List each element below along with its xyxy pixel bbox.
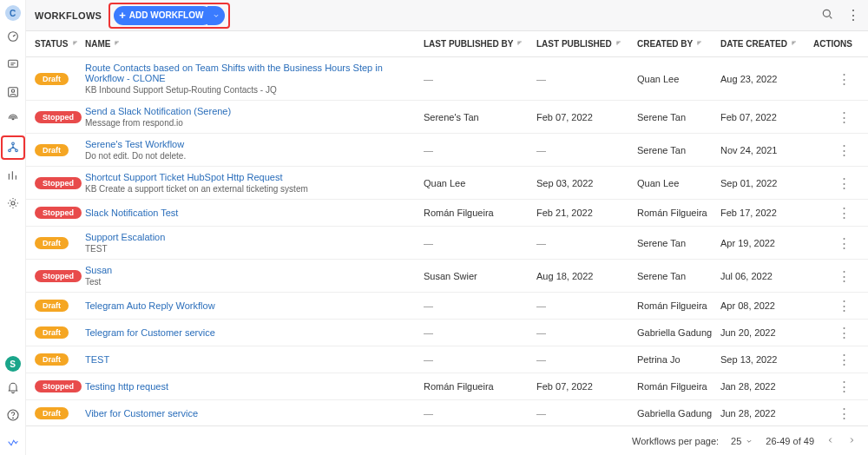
table-row: StoppedSlack Notification TestRomán Filg… [26, 200, 868, 227]
row-actions-menu[interactable]: ⋮ [806, 142, 859, 158]
table-row: StoppedSend a Slack Notification (Serene… [26, 101, 868, 134]
workflow-name-link[interactable]: Telegram Auto Reply Workflow [85, 300, 415, 311]
help-icon[interactable] [1, 403, 25, 427]
workflow-name-link[interactable]: Support Escalation [85, 232, 415, 242]
status-badge: Draft [35, 144, 69, 156]
workflow-name-link[interactable]: Testing http request [85, 381, 415, 392]
workflow-name-link[interactable]: Susan [85, 265, 415, 275]
row-actions-menu[interactable]: ⋮ [806, 352, 859, 367]
workflow-name-link[interactable]: Telegram for Customer service [85, 327, 415, 338]
cell-last-published-by: Susan Swier [424, 271, 536, 281]
workflow-name-link[interactable]: Slack Notification Test [85, 208, 415, 218]
col-date-created[interactable]: DATE CREATED [720, 39, 806, 49]
sidebar: C S [0, 0, 26, 455]
cell-last-published-by: — [424, 238, 536, 248]
per-page-label: Workflows per page: [632, 436, 719, 446]
cell-last-published: Feb 07, 2022 [536, 112, 637, 122]
cell-date-created: Feb 17, 2022 [720, 208, 806, 218]
cell-created-by: Serene Tan [637, 271, 720, 281]
cell-date-created: Sep 13, 2022 [720, 354, 806, 365]
pagination-footer: Workflows per page: 25 26-49 of 49 [26, 425, 868, 455]
workflow-name-link[interactable]: TEST [85, 354, 415, 365]
svg-point-7 [15, 149, 17, 152]
workflow-name-link[interactable]: Viber for Customer service [85, 408, 415, 419]
row-actions-menu[interactable]: ⋮ [806, 175, 859, 191]
workflow-name-link[interactable]: Send a Slack Notification (Serene) [85, 106, 415, 116]
row-actions-menu[interactable]: ⋮ [806, 325, 859, 340]
nav-reports-icon[interactable] [1, 163, 25, 188]
cell-last-published-by: — [424, 300, 536, 311]
col-name[interactable]: NAME [85, 39, 424, 49]
table-row: DraftSerene's Test WorkflowDo not edit. … [26, 134, 868, 167]
cell-last-published-by: Quan Lee [424, 178, 536, 188]
col-actions: ACTIONS [806, 39, 859, 49]
cell-last-published-by: — [424, 145, 536, 155]
workflow-name-link[interactable]: Route Contacts based on Team Shifts with… [85, 63, 415, 83]
user-avatar[interactable]: S [5, 356, 21, 372]
nav-settings-icon[interactable] [1, 191, 25, 215]
cell-last-published: — [536, 238, 637, 248]
cell-date-created: Sep 01, 2022 [720, 178, 806, 188]
table-body: DraftRoute Contacts based on Team Shifts… [26, 57, 868, 425]
org-avatar[interactable]: C [5, 5, 21, 21]
row-actions-menu[interactable]: ⋮ [806, 268, 859, 284]
search-icon[interactable] [820, 7, 834, 23]
chevron-down-icon [745, 437, 753, 445]
prev-page-button[interactable] [826, 436, 835, 446]
row-actions-menu[interactable]: ⋮ [806, 109, 859, 125]
table-row: DraftTelegram Auto Reply Workflow——Román… [26, 293, 868, 320]
nav-workflows-icon[interactable] [1, 135, 25, 160]
notifications-icon[interactable] [1, 375, 25, 399]
sort-icon [615, 39, 622, 49]
row-actions-menu[interactable]: ⋮ [806, 205, 859, 221]
workflow-name-link[interactable]: Serene's Test Workflow [85, 139, 415, 149]
table-row: DraftViber for Customer service——Gabriel… [26, 400, 868, 425]
row-actions-menu[interactable]: ⋮ [806, 406, 859, 421]
status-badge: Draft [35, 326, 69, 339]
row-actions-menu[interactable]: ⋮ [806, 379, 859, 394]
workflow-subtitle: TEST [85, 244, 415, 254]
next-page-button[interactable] [847, 436, 856, 446]
nav-inbox-icon[interactable] [1, 52, 25, 76]
per-page-select[interactable]: 25 [731, 436, 753, 446]
cell-date-created: Nov 24, 2021 [720, 145, 806, 155]
nav-dashboard-icon[interactable] [1, 24, 25, 49]
status-badge: Stopped [35, 270, 82, 282]
sort-icon [71, 39, 79, 49]
table-row: DraftRoute Contacts based on Team Shifts… [26, 57, 868, 101]
table-row: StoppedTesting http requestRomán Filguei… [26, 373, 868, 400]
svg-point-10 [12, 418, 13, 419]
cell-last-published-by: — [424, 354, 536, 365]
brand-logo-icon [1, 431, 25, 455]
workflow-subtitle: KB Inbound Support Setup-Routing Contact… [85, 85, 415, 95]
table-row: StoppedShortcut Support Ticket HubSpot H… [26, 167, 868, 200]
sort-icon [790, 39, 798, 49]
col-status[interactable]: STATUS [35, 39, 85, 49]
status-badge: Draft [35, 73, 69, 85]
col-last-published[interactable]: LAST PUBLISHED [536, 39, 637, 49]
row-actions-menu[interactable]: ⋮ [806, 298, 859, 313]
add-workflow-button[interactable]: + ADD WORKFLOW [114, 6, 213, 25]
status-badge: Stopped [35, 380, 82, 392]
cell-created-by: Gabriella Gadung [637, 408, 720, 419]
workflow-subtitle: KB Create a support ticket on an externa… [85, 184, 415, 194]
cell-last-published-by: Román Filgueira [424, 208, 536, 218]
workflow-name-link[interactable]: Shortcut Support Ticket HubSpot Http Req… [85, 172, 415, 182]
cell-date-created: Jun 28, 2022 [720, 408, 806, 419]
more-menu-icon[interactable]: ⋮ [846, 9, 859, 23]
add-workflow-dropdown[interactable] [207, 6, 225, 25]
cell-date-created: Feb 07, 2022 [720, 112, 806, 122]
status-badge: Draft [35, 353, 69, 366]
col-created-by[interactable]: CREATED BY [637, 39, 720, 49]
cell-last-published-by: — [424, 327, 536, 338]
row-actions-menu[interactable]: ⋮ [806, 235, 859, 251]
nav-broadcast-icon[interactable] [1, 108, 25, 132]
cell-last-published: — [536, 408, 637, 419]
svg-point-4 [12, 118, 14, 120]
row-actions-menu[interactable]: ⋮ [806, 71, 859, 87]
col-last-published-by[interactable]: LAST PUBLISHED BY [424, 39, 536, 49]
cell-created-by: Román Filgueira [637, 300, 720, 311]
main-content: WORKFLOWS + ADD WORKFLOW ⋮ STATUS NAME L… [26, 0, 868, 455]
nav-contacts-icon[interactable] [1, 80, 25, 104]
svg-point-8 [11, 201, 15, 205]
